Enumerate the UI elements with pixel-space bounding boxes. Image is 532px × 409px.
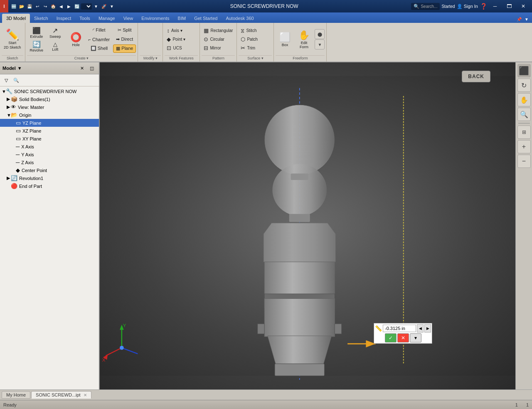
modify-group-label[interactable]: Modify ▾ xyxy=(140,55,161,61)
tab-sketch[interactable]: Sketch xyxy=(30,14,52,23)
back-nav-btn[interactable]: ◀ xyxy=(57,2,65,10)
dim-decrement-btn[interactable]: ◀ xyxy=(417,324,424,333)
origin-label: Origin xyxy=(19,113,31,118)
signin-btn[interactable]: 👤 Sign In xyxy=(457,4,478,9)
direct-btn[interactable]: ➡ Direct xyxy=(113,35,136,44)
tree-item-revolution1[interactable]: ▶ 🔄 Revolution1 xyxy=(0,174,99,182)
tab-close-icon[interactable]: ✕ xyxy=(84,393,87,397)
edit-form-btn[interactable]: ✋ EditForm xyxy=(295,26,313,53)
tab-environments[interactable]: Environments xyxy=(137,14,173,23)
point-btn[interactable]: ◆ Point ▾ xyxy=(165,35,198,44)
ucs-btn[interactable]: ⊡ UCS xyxy=(165,44,198,52)
patch-btn[interactable]: ⬡ Patch xyxy=(239,35,272,44)
view-cube-btn[interactable]: ⬛ xyxy=(517,64,531,77)
svg-rect-12 xyxy=(264,299,335,337)
box-freeform-btn[interactable]: ⬜ Box xyxy=(276,26,294,53)
zoom-out-btn[interactable]: − xyxy=(517,155,531,168)
tree-item-center-point[interactable]: ◆ Center Point xyxy=(0,166,99,174)
surface-group-label[interactable]: Surface ▾ xyxy=(239,55,272,61)
tree-item-view-master[interactable]: ▶ 👁 View: Master xyxy=(0,103,99,111)
plane-btn[interactable]: ▦ Plane xyxy=(113,44,136,53)
axis-btn[interactable]: ↕ Axis ▾ xyxy=(165,27,198,35)
ribbon-collapse-btn[interactable]: ▼ xyxy=(523,15,530,23)
tab-inspect[interactable]: Inspect xyxy=(52,14,75,23)
dim-more-btn[interactable]: ▾ xyxy=(410,333,421,342)
tab-manage[interactable]: Manage xyxy=(94,14,119,23)
fillet-btn[interactable]: ◜ Fillet xyxy=(86,26,113,34)
dim-ok-btn[interactable]: ✓ xyxy=(385,333,397,342)
revolve-btn[interactable]: 🔄 Revolve xyxy=(27,40,47,52)
orbit-btn[interactable]: ↻ xyxy=(517,79,531,92)
close-btn[interactable]: ✕ xyxy=(517,0,530,12)
split-btn[interactable]: ✂ Split xyxy=(113,26,136,34)
zoom-all-btn[interactable]: ⊞ xyxy=(517,126,531,139)
zoom-in-btn[interactable]: + xyxy=(517,140,531,153)
ucs-icon: ⊡ xyxy=(167,45,171,51)
stitch-btn[interactable]: ⧖ Stitch xyxy=(239,27,272,35)
tab-tools[interactable]: Tools xyxy=(75,14,94,23)
tree-item-xz-plane[interactable]: ▭ XZ Plane xyxy=(0,127,99,135)
local-update-btn[interactable]: 🔄 xyxy=(73,2,81,10)
launch-btn[interactable]: 🚀 xyxy=(100,2,108,10)
tab-getstarted[interactable]: Get Started xyxy=(190,14,222,23)
extrude-btn[interactable]: ⬛ Extrude xyxy=(27,26,47,39)
svg-rect-7 xyxy=(289,214,310,222)
forward-nav-btn[interactable]: ▶ xyxy=(65,2,73,10)
tree-item-xy-plane[interactable]: ▭ XY Plane xyxy=(0,135,99,143)
freeform-tool2-btn[interactable]: ▼ xyxy=(315,39,325,49)
save-btn[interactable]: 💾 xyxy=(26,2,33,10)
pan-btn[interactable]: ✋ xyxy=(517,93,531,106)
circular-btn[interactable]: ⊙ Circular xyxy=(202,35,235,44)
viewport[interactable]: Y X BACK 📏 ◀ ▶ xyxy=(100,62,515,389)
tree-item-root[interactable]: ▼ 🔧 SONIC SCREWDRIVER NOW xyxy=(0,87,99,95)
shell-btn[interactable]: 🔲 Shell xyxy=(86,44,113,53)
tab-bim[interactable]: BIM xyxy=(174,14,190,23)
profile-dropdown[interactable]: Generic xyxy=(81,3,92,10)
statusbar: Ready 1 1 xyxy=(0,400,532,409)
open-btn[interactable]: 📂 xyxy=(18,2,25,10)
zoom-btn[interactable]: 🔍 xyxy=(517,108,531,121)
minimize-btn[interactable]: ─ xyxy=(489,0,501,12)
xz-plane-icon: ▭ xyxy=(16,128,21,134)
tree-item-solid-bodies[interactable]: ▶ 📦 Solid Bodies(1) xyxy=(0,95,99,103)
tab-autodesk360[interactable]: Autodesk 360 xyxy=(222,14,258,23)
tab-my-home[interactable]: My Home xyxy=(2,391,30,399)
back-button[interactable]: BACK xyxy=(462,71,490,82)
dropdown-arrow-btn[interactable]: ▼ xyxy=(108,2,116,10)
start-2d-sketch-btn[interactable]: ✏️ Start2D Sketch xyxy=(2,26,23,53)
tree-item-y-axis[interactable]: ─ Y Axis xyxy=(0,150,99,158)
tree-item-x-axis[interactable]: ─ X Axis xyxy=(0,143,99,150)
trim-btn[interactable]: ✂ Trim xyxy=(239,44,272,52)
redo-btn[interactable]: ↪ xyxy=(42,2,49,10)
loft-btn[interactable]: △ Loft xyxy=(47,40,64,52)
tree-item-z-axis[interactable]: ─ Z Axis xyxy=(0,158,99,166)
chamfer-btn[interactable]: ⌐ Chamfer xyxy=(86,35,113,44)
rectangular-btn[interactable]: ▦ Rectangular xyxy=(202,27,235,35)
filter-btn[interactable]: ▽ xyxy=(2,76,11,85)
home-btn[interactable]: 🏠 xyxy=(49,2,57,10)
ribbon-pin-btn[interactable]: 📌 xyxy=(515,15,523,23)
dimension-input[interactable] xyxy=(383,325,416,332)
panel-dropdown-icon[interactable]: ▼ xyxy=(17,66,22,71)
panel-close-btn[interactable]: ✕ xyxy=(77,64,86,73)
tree-item-end-of-part[interactable]: 🔴 End of Part xyxy=(0,182,99,190)
undo-btn[interactable]: ↩ xyxy=(34,2,41,10)
tree-item-origin[interactable]: ▼ 📂 Origin xyxy=(0,111,99,119)
tab-sonic-screwdriver[interactable]: SONIC SCREWD...ipt ✕ xyxy=(31,391,91,399)
hole-btn[interactable]: ⭕ Hole xyxy=(67,26,85,53)
help-icon[interactable]: ❓ xyxy=(480,2,487,10)
panel-expand-btn[interactable]: ◫ xyxy=(87,64,96,73)
maximize-btn[interactable]: 🗖 xyxy=(503,0,515,12)
tab-3dmodel[interactable]: 3D Model xyxy=(2,14,30,23)
freeform-tool1-btn[interactable]: ⬤ xyxy=(315,29,325,39)
dim-increment-btn[interactable]: ▶ xyxy=(424,324,431,333)
new-btn[interactable]: 🆕 xyxy=(10,2,17,10)
sweep-btn[interactable]: ↗ Sweep xyxy=(47,26,64,39)
profile-expand-btn[interactable]: ▼ xyxy=(92,2,100,10)
tree-item-yz-plane[interactable]: ▭ YZ Plane xyxy=(0,119,99,127)
tab-view[interactable]: View xyxy=(119,14,138,23)
search-tree-btn[interactable]: 🔍 xyxy=(12,76,21,85)
create-group-label[interactable]: Create ▾ xyxy=(27,55,136,61)
mirror-btn[interactable]: ⊟ Mirror xyxy=(202,44,235,52)
dim-cancel-btn[interactable]: ✕ xyxy=(397,333,409,342)
